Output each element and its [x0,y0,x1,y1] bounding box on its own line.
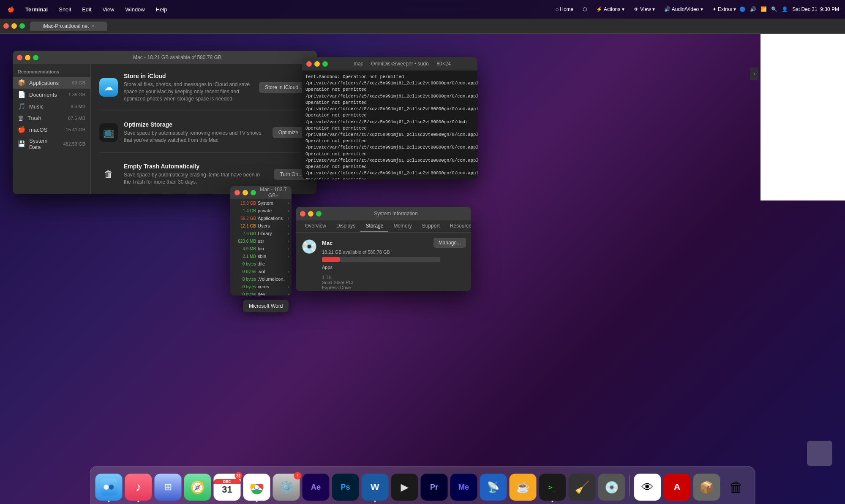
dock-acrobat[interactable]: A [664,474,691,501]
dock-chrome[interactable] [243,474,270,501]
omni-file-row[interactable]: 4.9 MBbin› [230,245,292,252]
tab-displays[interactable]: Displays [331,220,360,232]
sysinfo-minimize-btn[interactable] [308,211,313,217]
dock-terminal[interactable]: >_ [539,474,566,501]
volume-icon[interactable]: 🔊 [750,6,756,12]
amp-dock-icon: ☕ [516,481,530,494]
tab-storage[interactable]: Storage [360,220,388,232]
sidebar-item-music[interactable]: 🎵 Music 8.6 MB [13,100,90,112]
edit-menu[interactable]: Edit [79,5,94,14]
actions-menubar-item[interactable]: ⚡ Actions ▾ [593,5,627,13]
help-menu[interactable]: Help [153,5,170,14]
sidebar-item-macos[interactable]: 🍎 macOS 15.41 GB [13,124,90,135]
tab-close[interactable]: × [91,23,94,29]
storage-sidebar: Recommendations 📦 Applications 63 GB 📄 D… [13,64,91,194]
terminal-close-btn[interactable] [306,61,312,67]
dock-aftereffects[interactable]: Ae [303,474,330,501]
documents-icon: 📄 [18,91,26,98]
sidebar-item-systemdata[interactable]: 💾 System Data 482.53 GB [13,135,90,152]
extras-menubar-item[interactable]: ✦ Extras ▾ [709,5,740,13]
storage-close-btn[interactable] [17,55,22,60]
tab-memory[interactable]: Memory [388,220,417,232]
view-menu[interactable]: View [100,5,117,14]
bluetooth-icon[interactable]: 🔵 [739,6,746,12]
sysinfo-tab-bar: Overview Displays Storage Memory Support… [296,220,471,233]
dock-unknown[interactable]: 📦 [693,474,720,501]
omni-file-row[interactable]: 0 bytescores› [230,283,292,290]
user-icon[interactable]: 👤 [782,6,788,12]
storage-window-titlebar: Mac - 18.21 GB available of 580.78 GB [13,51,317,64]
dock-calendar[interactable]: DEC 31 31 [214,474,241,501]
dock-photoshop[interactable]: Ps [332,474,359,501]
omni-file-row[interactable]: 0 bytes.vol› [230,268,292,275]
brush-dock-icon: 🧹 [575,480,589,494]
maximize-button[interactable] [19,23,25,29]
omni-file-row[interactable]: 623.6 MBusr› [230,237,292,245]
omni-file-row[interactable]: 0 bytes.VolumeIcon. [230,275,292,283]
dock-safari[interactable]: 🧭 [184,474,211,501]
storage-minimize-btn[interactable] [25,55,30,60]
dock-launchpad[interactable]: ⊞ [155,474,182,501]
sysinfo-zoom-btn[interactable] [316,211,322,217]
window-menu[interactable]: Window [123,5,147,14]
box-menubar-item[interactable]: ⬡ [579,5,590,13]
apple-menu[interactable]: 🍎 [5,5,17,14]
documents-size: 1.35 GB [68,92,85,97]
terminal-minimize-btn[interactable] [314,61,320,67]
music-label: Music [29,103,67,110]
tab-item[interactable]: iMac-Pro.attlocal.net × [30,22,107,31]
omni-file-row[interactable]: 15.9 GBSystem› [230,199,292,207]
omni-file-row[interactable]: 66.2 GBApplications› [230,214,292,222]
omni-file-row[interactable]: 7.6 GBLibrary› [230,230,292,237]
trash-option-icon: 🗑 [99,165,118,184]
terminal-window-title: mac — OmniDiskSweeper • sudo — 80×24 [331,61,473,67]
dock-teamviewer[interactable]: 📡 [480,474,507,501]
wifi-icon[interactable]: 📶 [760,6,767,12]
dock-media-encoder[interactable]: Me [450,474,477,501]
icloud-icon: ☁ [99,78,118,97]
sidebar-item-documents[interactable]: 📄 Documents 1.35 GB [13,89,90,100]
dock-cleanmaster[interactable]: 🧹 [569,474,596,501]
home-menubar-item[interactable]: ⌂ Home [552,5,577,13]
omni-file-row[interactable]: 1.4 GBprivate› [230,207,292,214]
close-button[interactable] [3,23,9,29]
omni-minimize-btn[interactable] [243,190,248,195]
tab-overview[interactable]: Overview [300,220,331,232]
omni-title: Mac - 103.7 GB+ [259,187,287,198]
dock-premiere[interactable]: Pr [421,474,448,501]
omni-zoom-btn[interactable] [251,190,256,195]
bottom-right-box [807,441,832,466]
manage-button[interactable]: Manage... [433,238,466,248]
terminal-body[interactable]: tent.Sandbox: Operation not permitted /p… [302,70,477,179]
tab-resources[interactable]: Resources [445,220,471,232]
dock-system-prefs[interactable]: ⚙️ ! [273,474,300,501]
search-icon[interactable]: 🔍 [771,6,777,12]
app-name-menu[interactable]: Terminal [23,5,50,14]
icloud-btn[interactable]: Store in iCloud... [259,82,308,93]
omni-file-row[interactable]: 12.1 GBUsers› [230,222,292,230]
omni-file-row[interactable]: 0 bytes.file [230,260,292,268]
minimize-button[interactable] [11,23,17,29]
dock-word[interactable]: W [362,474,389,501]
terminal-zoom-btn[interactable] [322,61,328,67]
storage-zoom-btn[interactable] [33,55,38,60]
dock-dvdplayer[interactable]: 💿 [598,474,625,501]
tab-support[interactable]: Support [417,220,445,232]
audiovideo-menubar-item[interactable]: 🔊 Audio/Video ▾ [661,5,706,13]
sysinfo-close-btn[interactable] [300,211,305,217]
dock-trash[interactable]: 🗑 [723,474,750,501]
omni-close-btn[interactable] [234,190,240,195]
omni-file-row[interactable]: 0 bytesdev› [230,290,292,295]
mac-disk-entry: 💿 Mac Manage... 18.21 GB available of 58… [301,238,466,270]
view-menubar-item[interactable]: 👁 View ▾ [630,5,658,13]
dock-finder[interactable] [95,474,123,501]
right-panel-arrow[interactable]: ‹ [750,68,758,80]
dock-fcpx[interactable]: ▶ [391,474,418,501]
dock-music[interactable]: ♪ [125,474,152,501]
sidebar-item-applications[interactable]: 📦 Applications 63 GB [13,77,90,89]
omni-file-row[interactable]: 2.1 MBsbin› [230,252,292,260]
sidebar-item-trash[interactable]: 🗑 Trash 87.5 MB [13,112,90,124]
dock-preview[interactable]: 👁 [634,474,661,501]
shell-menu[interactable]: Shell [56,5,74,14]
dock-amphetamine[interactable]: ☕ [510,474,537,501]
